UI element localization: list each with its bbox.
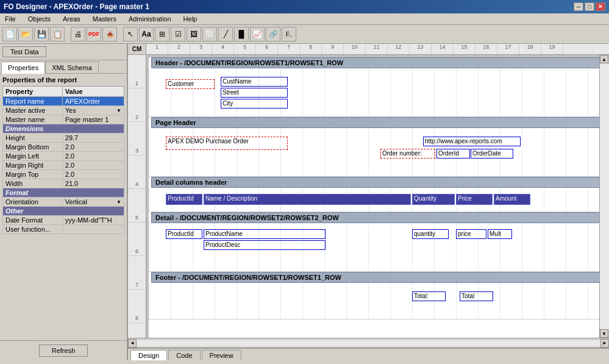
menu-administration[interactable]: Administration — [126, 15, 174, 23]
ruler-tick: 5 — [234, 44, 256, 54]
menubar: File Objects Areas Masters Administratio… — [0, 13, 609, 25]
ruler-tick: 7 — [278, 44, 300, 54]
section-band-detail: Detail - /DOCUMENT/REGION/ROWSET2/ROWSET… — [151, 212, 599, 223]
prop-label: Report name — [3, 97, 63, 106]
function-tool[interactable]: F.. — [282, 27, 296, 41]
ruler: CM 12345678910111213141516171819 — [128, 44, 609, 55]
field-order-number-label[interactable]: Order number: — [380, 149, 435, 159]
maximize-btn[interactable]: □ — [585, 2, 594, 11]
menu-masters[interactable]: Masters — [90, 15, 119, 23]
field-total-field[interactable]: Total — [460, 291, 493, 301]
section-content-footer: Total:Total — [149, 283, 599, 319]
field-demo-title[interactable]: APEX DEMO Purchase Order — [166, 137, 288, 150]
field-custname-field[interactable]: CustName — [221, 77, 288, 87]
vruler-tick: 3 — [128, 122, 146, 155]
hscrollbar[interactable]: ◄ ► — [128, 338, 609, 348]
tab-design[interactable]: Design — [130, 350, 167, 360]
menu-help[interactable]: Help — [181, 15, 200, 23]
field-quantity-field[interactable]: quantity — [412, 229, 449, 239]
prop-value[interactable]: Vertical ▼ — [62, 198, 124, 207]
refresh-btn[interactable]: Refresh — [39, 344, 88, 357]
menu-objects[interactable]: Objects — [26, 15, 53, 23]
vruler-tick: 5 — [128, 189, 146, 223]
pdf-btn[interactable]: PDF — [87, 27, 101, 41]
prop-value: Page master 1 — [62, 115, 124, 124]
image-tool[interactable]: 🖼 — [187, 27, 201, 41]
ruler-tick: 15 — [454, 44, 475, 54]
text-tool[interactable]: Aa — [139, 27, 154, 41]
ruler-tick: 4 — [212, 44, 234, 54]
save-btn[interactable]: 💾 — [34, 27, 49, 41]
canvas: Header - /DOCUMENT/REGION/ROWSET1/ROWSET… — [149, 57, 599, 338]
tab-properties[interactable]: Properties — [1, 62, 45, 74]
menu-areas[interactable]: Areas — [60, 15, 83, 23]
ruler-tick: 12 — [388, 44, 410, 54]
field-productid-field[interactable]: ProductId — [166, 229, 202, 239]
field-orderdate-field[interactable]: OrderDate — [471, 149, 513, 159]
chart-tool[interactable]: 📈 — [250, 27, 265, 41]
props-section-header: Format — [3, 188, 124, 198]
field-url-field[interactable]: http://www.apex-reports.com — [423, 137, 521, 146]
field-customer-label[interactable]: Customer — [166, 79, 215, 89]
field-amount-col[interactable]: Amount — [494, 194, 530, 205]
select-tool[interactable]: ↖ — [123, 27, 138, 41]
table-tool[interactable]: ⊞ — [155, 27, 169, 41]
prop-label: Margin Top — [3, 170, 63, 179]
test-data-bar: Test Data — [0, 44, 127, 60]
prop-value: APEXOrder — [62, 97, 124, 106]
field-mult-field[interactable]: Mult — [488, 229, 512, 239]
tab-preview[interactable]: Preview — [202, 350, 241, 360]
design-area[interactable]: Header - /DOCUMENT/REGION/ROWSET1/ROWSET… — [146, 55, 599, 338]
properties-table: Property Value Report nameAPEXOrderMaste… — [2, 86, 124, 234]
menu-file[interactable]: File — [2, 15, 18, 23]
rect-tool[interactable]: ⬜ — [202, 27, 217, 41]
barcode-tool[interactable]: ▐▌ — [234, 27, 249, 41]
props-section-header: Other — [3, 207, 124, 216]
tab-xml-schema[interactable]: XML Schema — [45, 62, 99, 73]
print-btn[interactable]: 🖨 — [71, 27, 85, 41]
test-data-btn[interactable]: Test Data — [2, 46, 46, 57]
field-quantity-col[interactable]: Quantity — [412, 194, 455, 205]
section-content-detail: ProductIdProductNamequantitypriceMultPro… — [149, 223, 599, 272]
ruler-tick: 14 — [432, 44, 454, 54]
section-band-footer: Footer - /DOCUMENT/REGION/ROWSET1/ROWSET… — [151, 272, 599, 283]
open-btn[interactable]: 📂 — [18, 27, 33, 41]
prop-label: Date Format — [3, 216, 63, 225]
export-btn[interactable]: 📤 — [102, 27, 117, 41]
field-street-field[interactable]: Street — [221, 88, 288, 98]
vscrollbar[interactable]: ▲ ▼ — [599, 55, 609, 338]
main-layout: Test Data Properties XML Schema Properti… — [0, 44, 609, 360]
field-productname-field[interactable]: ProductName — [204, 229, 326, 239]
prop-value: 2.0 — [62, 143, 124, 152]
ruler-tick: 13 — [410, 44, 432, 54]
field-productdesc-field[interactable]: ProductDesc — [204, 240, 326, 250]
close-btn[interactable]: ✕ — [596, 2, 605, 11]
check-tool[interactable]: ☑ — [171, 27, 185, 41]
vruler-tick: 4 — [128, 155, 146, 189]
field-orderid-field[interactable]: OrderId — [436, 149, 470, 159]
minimize-btn[interactable]: ─ — [574, 2, 583, 11]
field-price-col[interactable]: Price — [456, 194, 493, 205]
prop-label: User function... — [3, 225, 63, 234]
field-productid-col[interactable]: ProductId — [166, 194, 202, 205]
titlebar: FO Designer - APEXOrder - Page master 1 … — [0, 0, 609, 13]
ruler-tick: 10 — [344, 44, 366, 54]
ruler-label: CM — [128, 44, 146, 54]
prop-value[interactable]: Yes ▼ — [62, 106, 124, 115]
field-city-field[interactable]: City — [221, 99, 288, 109]
vertical-ruler: 12345678910 — [128, 55, 146, 338]
link-tool[interactable]: 🔗 — [266, 27, 280, 41]
field-total-label[interactable]: Total: — [412, 291, 446, 301]
window-controls: ─ □ ✕ — [574, 2, 605, 11]
tab-code[interactable]: Code — [168, 350, 200, 360]
prop-value: 2.0 — [62, 152, 124, 161]
line-tool[interactable]: ╱ — [218, 27, 233, 41]
canvas-area: CM 12345678910111213141516171819 1234567… — [128, 44, 609, 360]
field-price-field[interactable]: price — [456, 229, 486, 239]
field-name-desc-col[interactable]: Name / Description — [204, 194, 411, 205]
prop-value — [62, 225, 124, 234]
save-as-btn[interactable]: 📋 — [50, 27, 65, 41]
new-btn[interactable]: 📄 — [2, 27, 17, 41]
section-title: Properties of the report — [2, 76, 124, 84]
col-property: Property — [3, 87, 63, 97]
